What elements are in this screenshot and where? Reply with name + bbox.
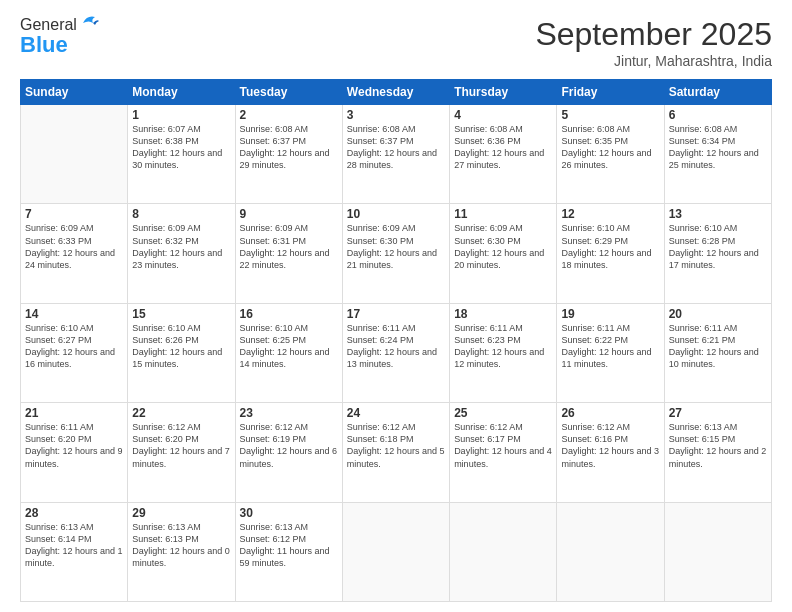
day-number: 5 — [561, 108, 659, 122]
header: General Blue September 2025 Jintur, Maha… — [20, 16, 772, 69]
table-row — [450, 502, 557, 601]
logo: General Blue — [20, 16, 101, 56]
day-number: 11 — [454, 207, 552, 221]
table-row: 14Sunrise: 6:10 AM Sunset: 6:27 PM Dayli… — [21, 303, 128, 402]
table-row — [664, 502, 771, 601]
table-row: 25Sunrise: 6:12 AM Sunset: 6:17 PM Dayli… — [450, 403, 557, 502]
calendar-week-row: 28Sunrise: 6:13 AM Sunset: 6:14 PM Dayli… — [21, 502, 772, 601]
table-row: 8Sunrise: 6:09 AM Sunset: 6:32 PM Daylig… — [128, 204, 235, 303]
calendar-week-row: 14Sunrise: 6:10 AM Sunset: 6:27 PM Dayli… — [21, 303, 772, 402]
day-number: 8 — [132, 207, 230, 221]
day-number: 16 — [240, 307, 338, 321]
header-monday: Monday — [128, 80, 235, 105]
day-number: 1 — [132, 108, 230, 122]
day-info: Sunrise: 6:13 AM Sunset: 6:14 PM Dayligh… — [25, 521, 123, 570]
day-number: 26 — [561, 406, 659, 420]
day-number: 19 — [561, 307, 659, 321]
day-info: Sunrise: 6:11 AM Sunset: 6:24 PM Dayligh… — [347, 322, 445, 371]
day-info: Sunrise: 6:09 AM Sunset: 6:32 PM Dayligh… — [132, 222, 230, 271]
day-info: Sunrise: 6:08 AM Sunset: 6:36 PM Dayligh… — [454, 123, 552, 172]
table-row: 2Sunrise: 6:08 AM Sunset: 6:37 PM Daylig… — [235, 105, 342, 204]
table-row: 4Sunrise: 6:08 AM Sunset: 6:36 PM Daylig… — [450, 105, 557, 204]
day-info: Sunrise: 6:07 AM Sunset: 6:38 PM Dayligh… — [132, 123, 230, 172]
table-row: 3Sunrise: 6:08 AM Sunset: 6:37 PM Daylig… — [342, 105, 449, 204]
day-number: 15 — [132, 307, 230, 321]
table-row: 19Sunrise: 6:11 AM Sunset: 6:22 PM Dayli… — [557, 303, 664, 402]
calendar-week-row: 1Sunrise: 6:07 AM Sunset: 6:38 PM Daylig… — [21, 105, 772, 204]
logo-blue-text: Blue — [20, 34, 68, 56]
table-row: 29Sunrise: 6:13 AM Sunset: 6:13 PM Dayli… — [128, 502, 235, 601]
day-number: 3 — [347, 108, 445, 122]
calendar-week-row: 21Sunrise: 6:11 AM Sunset: 6:20 PM Dayli… — [21, 403, 772, 502]
day-info: Sunrise: 6:10 AM Sunset: 6:28 PM Dayligh… — [669, 222, 767, 271]
day-info: Sunrise: 6:11 AM Sunset: 6:22 PM Dayligh… — [561, 322, 659, 371]
day-number: 22 — [132, 406, 230, 420]
table-row: 16Sunrise: 6:10 AM Sunset: 6:25 PM Dayli… — [235, 303, 342, 402]
weekday-header-row: Sunday Monday Tuesday Wednesday Thursday… — [21, 80, 772, 105]
day-info: Sunrise: 6:12 AM Sunset: 6:19 PM Dayligh… — [240, 421, 338, 470]
day-number: 4 — [454, 108, 552, 122]
day-info: Sunrise: 6:09 AM Sunset: 6:30 PM Dayligh… — [347, 222, 445, 271]
day-info: Sunrise: 6:11 AM Sunset: 6:20 PM Dayligh… — [25, 421, 123, 470]
day-info: Sunrise: 6:08 AM Sunset: 6:35 PM Dayligh… — [561, 123, 659, 172]
table-row: 30Sunrise: 6:13 AM Sunset: 6:12 PM Dayli… — [235, 502, 342, 601]
table-row: 27Sunrise: 6:13 AM Sunset: 6:15 PM Dayli… — [664, 403, 771, 502]
day-number: 29 — [132, 506, 230, 520]
day-info: Sunrise: 6:10 AM Sunset: 6:29 PM Dayligh… — [561, 222, 659, 271]
table-row: 5Sunrise: 6:08 AM Sunset: 6:35 PM Daylig… — [557, 105, 664, 204]
day-number: 30 — [240, 506, 338, 520]
table-row: 24Sunrise: 6:12 AM Sunset: 6:18 PM Dayli… — [342, 403, 449, 502]
day-info: Sunrise: 6:10 AM Sunset: 6:27 PM Dayligh… — [25, 322, 123, 371]
table-row: 6Sunrise: 6:08 AM Sunset: 6:34 PM Daylig… — [664, 105, 771, 204]
table-row: 11Sunrise: 6:09 AM Sunset: 6:30 PM Dayli… — [450, 204, 557, 303]
calendar-table: Sunday Monday Tuesday Wednesday Thursday… — [20, 79, 772, 602]
day-info: Sunrise: 6:09 AM Sunset: 6:33 PM Dayligh… — [25, 222, 123, 271]
table-row: 28Sunrise: 6:13 AM Sunset: 6:14 PM Dayli… — [21, 502, 128, 601]
day-number: 2 — [240, 108, 338, 122]
table-row: 20Sunrise: 6:11 AM Sunset: 6:21 PM Dayli… — [664, 303, 771, 402]
day-info: Sunrise: 6:08 AM Sunset: 6:37 PM Dayligh… — [240, 123, 338, 172]
header-sunday: Sunday — [21, 80, 128, 105]
page: General Blue September 2025 Jintur, Maha… — [0, 0, 792, 612]
day-info: Sunrise: 6:12 AM Sunset: 6:16 PM Dayligh… — [561, 421, 659, 470]
day-number: 14 — [25, 307, 123, 321]
day-number: 6 — [669, 108, 767, 122]
table-row: 12Sunrise: 6:10 AM Sunset: 6:29 PM Dayli… — [557, 204, 664, 303]
day-number: 18 — [454, 307, 552, 321]
day-info: Sunrise: 6:12 AM Sunset: 6:17 PM Dayligh… — [454, 421, 552, 470]
day-number: 7 — [25, 207, 123, 221]
day-info: Sunrise: 6:08 AM Sunset: 6:37 PM Dayligh… — [347, 123, 445, 172]
day-number: 9 — [240, 207, 338, 221]
day-number: 12 — [561, 207, 659, 221]
table-row — [342, 502, 449, 601]
day-info: Sunrise: 6:13 AM Sunset: 6:12 PM Dayligh… — [240, 521, 338, 570]
day-number: 27 — [669, 406, 767, 420]
table-row — [21, 105, 128, 204]
day-info: Sunrise: 6:08 AM Sunset: 6:34 PM Dayligh… — [669, 123, 767, 172]
table-row: 13Sunrise: 6:10 AM Sunset: 6:28 PM Dayli… — [664, 204, 771, 303]
table-row — [557, 502, 664, 601]
day-number: 28 — [25, 506, 123, 520]
table-row: 26Sunrise: 6:12 AM Sunset: 6:16 PM Dayli… — [557, 403, 664, 502]
day-number: 24 — [347, 406, 445, 420]
day-number: 17 — [347, 307, 445, 321]
day-info: Sunrise: 6:09 AM Sunset: 6:31 PM Dayligh… — [240, 222, 338, 271]
title-block: September 2025 Jintur, Maharashtra, Indi… — [535, 16, 772, 69]
day-info: Sunrise: 6:12 AM Sunset: 6:20 PM Dayligh… — [132, 421, 230, 470]
month-title: September 2025 — [535, 16, 772, 53]
day-info: Sunrise: 6:11 AM Sunset: 6:21 PM Dayligh… — [669, 322, 767, 371]
day-info: Sunrise: 6:13 AM Sunset: 6:13 PM Dayligh… — [132, 521, 230, 570]
header-wednesday: Wednesday — [342, 80, 449, 105]
day-info: Sunrise: 6:10 AM Sunset: 6:26 PM Dayligh… — [132, 322, 230, 371]
header-friday: Friday — [557, 80, 664, 105]
day-info: Sunrise: 6:12 AM Sunset: 6:18 PM Dayligh… — [347, 421, 445, 470]
header-tuesday: Tuesday — [235, 80, 342, 105]
table-row: 22Sunrise: 6:12 AM Sunset: 6:20 PM Dayli… — [128, 403, 235, 502]
day-number: 20 — [669, 307, 767, 321]
header-saturday: Saturday — [664, 80, 771, 105]
table-row: 15Sunrise: 6:10 AM Sunset: 6:26 PM Dayli… — [128, 303, 235, 402]
table-row: 23Sunrise: 6:12 AM Sunset: 6:19 PM Dayli… — [235, 403, 342, 502]
day-info: Sunrise: 6:10 AM Sunset: 6:25 PM Dayligh… — [240, 322, 338, 371]
table-row: 9Sunrise: 6:09 AM Sunset: 6:31 PM Daylig… — [235, 204, 342, 303]
day-number: 23 — [240, 406, 338, 420]
